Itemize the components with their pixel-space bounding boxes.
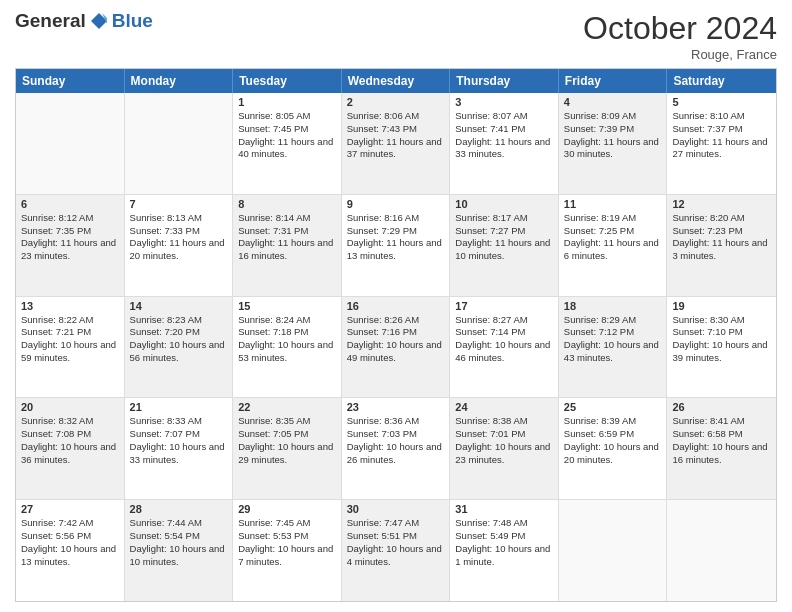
daylight-text: Daylight: 11 hours and 16 minutes. <box>238 237 336 263</box>
day-number: 23 <box>347 401 445 413</box>
sunrise-text: Sunrise: 7:42 AM <box>21 517 119 530</box>
daylight-text: Daylight: 11 hours and 3 minutes. <box>672 237 771 263</box>
cal-cell-r0-c0 <box>16 93 125 194</box>
day-number: 9 <box>347 198 445 210</box>
cal-cell-r4-c5 <box>559 500 668 601</box>
logo-icon <box>89 11 109 31</box>
cal-cell-r1-c6: 12Sunrise: 8:20 AMSunset: 7:23 PMDayligh… <box>667 195 776 296</box>
daylight-text: Daylight: 11 hours and 6 minutes. <box>564 237 662 263</box>
location: Rouge, France <box>583 47 777 62</box>
weekday-monday: Monday <box>125 69 234 93</box>
day-number: 2 <box>347 96 445 108</box>
sunrise-text: Sunrise: 8:39 AM <box>564 415 662 428</box>
sunrise-text: Sunrise: 7:45 AM <box>238 517 336 530</box>
cal-cell-r4-c1: 28Sunrise: 7:44 AMSunset: 5:54 PMDayligh… <box>125 500 234 601</box>
day-number: 3 <box>455 96 553 108</box>
daylight-text: Daylight: 10 hours and 26 minutes. <box>347 441 445 467</box>
cal-cell-r2-c3: 16Sunrise: 8:26 AMSunset: 7:16 PMDayligh… <box>342 297 451 398</box>
sunset-text: Sunset: 6:59 PM <box>564 428 662 441</box>
sunset-text: Sunset: 7:10 PM <box>672 326 771 339</box>
day-number: 31 <box>455 503 553 515</box>
title-area: October 2024 Rouge, France <box>583 10 777 62</box>
cal-cell-r4-c4: 31Sunrise: 7:48 AMSunset: 5:49 PMDayligh… <box>450 500 559 601</box>
daylight-text: Daylight: 11 hours and 20 minutes. <box>130 237 228 263</box>
calendar-row-2: 13Sunrise: 8:22 AMSunset: 7:21 PMDayligh… <box>16 297 776 399</box>
sunset-text: Sunset: 5:54 PM <box>130 530 228 543</box>
cal-cell-r3-c6: 26Sunrise: 8:41 AMSunset: 6:58 PMDayligh… <box>667 398 776 499</box>
sunset-text: Sunset: 5:53 PM <box>238 530 336 543</box>
cal-cell-r0-c4: 3Sunrise: 8:07 AMSunset: 7:41 PMDaylight… <box>450 93 559 194</box>
cal-cell-r2-c6: 19Sunrise: 8:30 AMSunset: 7:10 PMDayligh… <box>667 297 776 398</box>
day-number: 25 <box>564 401 662 413</box>
cal-cell-r3-c3: 23Sunrise: 8:36 AMSunset: 7:03 PMDayligh… <box>342 398 451 499</box>
sunrise-text: Sunrise: 8:38 AM <box>455 415 553 428</box>
sunrise-text: Sunrise: 8:17 AM <box>455 212 553 225</box>
daylight-text: Daylight: 10 hours and 4 minutes. <box>347 543 445 569</box>
daylight-text: Daylight: 11 hours and 37 minutes. <box>347 136 445 162</box>
cal-cell-r2-c5: 18Sunrise: 8:29 AMSunset: 7:12 PMDayligh… <box>559 297 668 398</box>
sunset-text: Sunset: 7:07 PM <box>130 428 228 441</box>
sunset-text: Sunset: 7:03 PM <box>347 428 445 441</box>
day-number: 27 <box>21 503 119 515</box>
cal-cell-r3-c4: 24Sunrise: 8:38 AMSunset: 7:01 PMDayligh… <box>450 398 559 499</box>
sunrise-text: Sunrise: 7:47 AM <box>347 517 445 530</box>
day-number: 11 <box>564 198 662 210</box>
cal-cell-r1-c0: 6Sunrise: 8:12 AMSunset: 7:35 PMDaylight… <box>16 195 125 296</box>
sunrise-text: Sunrise: 8:12 AM <box>21 212 119 225</box>
weekday-thursday: Thursday <box>450 69 559 93</box>
sunrise-text: Sunrise: 8:20 AM <box>672 212 771 225</box>
daylight-text: Daylight: 11 hours and 10 minutes. <box>455 237 553 263</box>
sunrise-text: Sunrise: 8:33 AM <box>130 415 228 428</box>
daylight-text: Daylight: 10 hours and 43 minutes. <box>564 339 662 365</box>
cal-cell-r2-c2: 15Sunrise: 8:24 AMSunset: 7:18 PMDayligh… <box>233 297 342 398</box>
daylight-text: Daylight: 10 hours and 36 minutes. <box>21 441 119 467</box>
cal-cell-r4-c2: 29Sunrise: 7:45 AMSunset: 5:53 PMDayligh… <box>233 500 342 601</box>
cal-cell-r2-c4: 17Sunrise: 8:27 AMSunset: 7:14 PMDayligh… <box>450 297 559 398</box>
page: General Blue October 2024 Rouge, France … <box>0 0 792 612</box>
day-number: 12 <box>672 198 771 210</box>
sunset-text: Sunset: 7:45 PM <box>238 123 336 136</box>
sunset-text: Sunset: 7:18 PM <box>238 326 336 339</box>
day-number: 13 <box>21 300 119 312</box>
daylight-text: Daylight: 11 hours and 27 minutes. <box>672 136 771 162</box>
sunset-text: Sunset: 7:33 PM <box>130 225 228 238</box>
daylight-text: Daylight: 10 hours and 56 minutes. <box>130 339 228 365</box>
sunrise-text: Sunrise: 7:48 AM <box>455 517 553 530</box>
day-number: 26 <box>672 401 771 413</box>
calendar-body: 1Sunrise: 8:05 AMSunset: 7:45 PMDaylight… <box>16 93 776 601</box>
sunset-text: Sunset: 5:56 PM <box>21 530 119 543</box>
daylight-text: Daylight: 10 hours and 13 minutes. <box>21 543 119 569</box>
sunset-text: Sunset: 7:31 PM <box>238 225 336 238</box>
daylight-text: Daylight: 11 hours and 33 minutes. <box>455 136 553 162</box>
weekday-tuesday: Tuesday <box>233 69 342 93</box>
day-number: 1 <box>238 96 336 108</box>
cal-cell-r0-c3: 2Sunrise: 8:06 AMSunset: 7:43 PMDaylight… <box>342 93 451 194</box>
sunset-text: Sunset: 7:35 PM <box>21 225 119 238</box>
daylight-text: Daylight: 10 hours and 39 minutes. <box>672 339 771 365</box>
daylight-text: Daylight: 10 hours and 23 minutes. <box>455 441 553 467</box>
day-number: 22 <box>238 401 336 413</box>
sunset-text: Sunset: 7:39 PM <box>564 123 662 136</box>
cal-cell-r4-c6 <box>667 500 776 601</box>
cal-cell-r3-c2: 22Sunrise: 8:35 AMSunset: 7:05 PMDayligh… <box>233 398 342 499</box>
day-number: 7 <box>130 198 228 210</box>
day-number: 28 <box>130 503 228 515</box>
sunset-text: Sunset: 7:08 PM <box>21 428 119 441</box>
cal-cell-r1-c4: 10Sunrise: 8:17 AMSunset: 7:27 PMDayligh… <box>450 195 559 296</box>
cal-cell-r4-c0: 27Sunrise: 7:42 AMSunset: 5:56 PMDayligh… <box>16 500 125 601</box>
daylight-text: Daylight: 10 hours and 1 minute. <box>455 543 553 569</box>
daylight-text: Daylight: 10 hours and 53 minutes. <box>238 339 336 365</box>
day-number: 17 <box>455 300 553 312</box>
day-number: 8 <box>238 198 336 210</box>
cal-cell-r1-c5: 11Sunrise: 8:19 AMSunset: 7:25 PMDayligh… <box>559 195 668 296</box>
cal-cell-r2-c1: 14Sunrise: 8:23 AMSunset: 7:20 PMDayligh… <box>125 297 234 398</box>
weekday-sunday: Sunday <box>16 69 125 93</box>
sunset-text: Sunset: 5:49 PM <box>455 530 553 543</box>
sunset-text: Sunset: 7:05 PM <box>238 428 336 441</box>
day-number: 5 <box>672 96 771 108</box>
sunset-text: Sunset: 7:37 PM <box>672 123 771 136</box>
day-number: 19 <box>672 300 771 312</box>
daylight-text: Daylight: 10 hours and 16 minutes. <box>672 441 771 467</box>
cal-cell-r2-c0: 13Sunrise: 8:22 AMSunset: 7:21 PMDayligh… <box>16 297 125 398</box>
cal-cell-r0-c5: 4Sunrise: 8:09 AMSunset: 7:39 PMDaylight… <box>559 93 668 194</box>
